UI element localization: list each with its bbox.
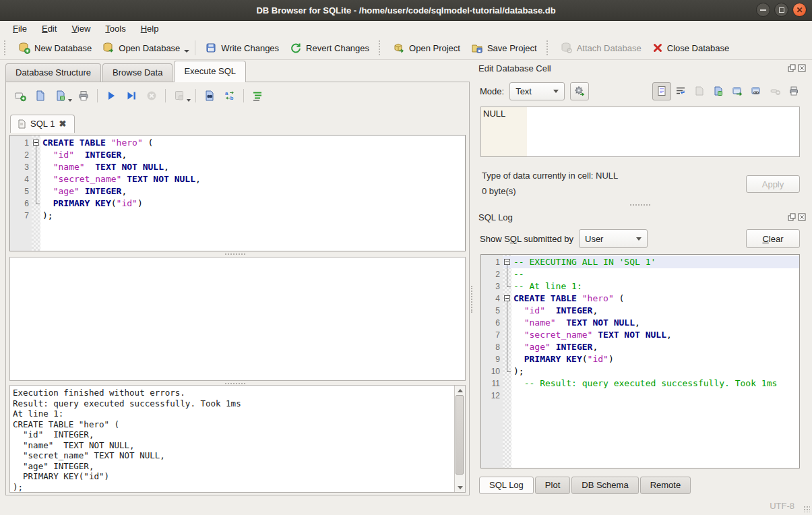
tab-close-icon[interactable]: ✖ xyxy=(59,119,66,129)
chevron-down-icon xyxy=(553,90,559,93)
new-sql-tab-button[interactable] xyxy=(11,87,29,104)
open-database-icon xyxy=(102,42,115,54)
sql-toolbar: ab xyxy=(11,86,266,105)
open-sql-file-button[interactable] xyxy=(32,87,49,104)
find-replace-button[interactable]: ab xyxy=(221,87,239,104)
close-panel-icon[interactable] xyxy=(798,64,806,72)
dock-tab-db-schema[interactable]: DB Schema xyxy=(571,477,638,494)
open-project-button[interactable]: Open Project xyxy=(387,39,466,57)
code-line: 2-- xyxy=(481,268,799,280)
code-line: 5 "age" INTEGER, xyxy=(10,185,465,198)
text-mode-button[interactable] xyxy=(652,82,671,100)
splitter-main-vertical[interactable] xyxy=(471,286,472,313)
execute-sql-page: ab SQL 1 ✖ 1CREATE TABLE "hero" (2 "id" … xyxy=(5,82,470,495)
close-icon[interactable]: ✕ xyxy=(792,3,807,17)
sql-editor[interactable]: 1CREATE TABLE "hero" (2 "id" INTEGER,3 "… xyxy=(9,135,466,251)
cell-null-value: NULL xyxy=(481,107,527,156)
write-changes-icon xyxy=(205,42,217,54)
print-cell-button[interactable] xyxy=(784,82,803,100)
save-project-icon xyxy=(471,42,483,54)
messages-scrollbar[interactable] xyxy=(454,386,465,492)
float-panel-icon[interactable] xyxy=(788,64,796,72)
maximize-icon[interactable] xyxy=(774,3,788,17)
tab-sql-1[interactable]: SQL 1 ✖ xyxy=(10,115,75,133)
tab-database-structure[interactable]: Database Structure xyxy=(5,63,101,82)
execute-line-button[interactable] xyxy=(123,87,140,104)
execute-line-icon xyxy=(125,90,137,102)
find-button[interactable] xyxy=(201,87,218,104)
open-database-button[interactable]: Open Database xyxy=(97,39,185,57)
save-results-icon xyxy=(173,90,185,102)
save-sql-dropdown-icon[interactable] xyxy=(68,99,72,102)
format-sql-button[interactable] xyxy=(249,87,266,104)
cell-value-editor[interactable]: NULL xyxy=(480,107,800,157)
new-database-button[interactable]: New Database xyxy=(13,39,97,57)
print-sql-button[interactable] xyxy=(75,87,92,104)
scroll-up-icon[interactable] xyxy=(455,386,465,395)
code-line: 6 PRIMARY KEY("id") xyxy=(10,198,465,210)
close-database-button[interactable]: Close Database xyxy=(647,40,735,56)
stop-icon xyxy=(146,90,158,102)
save-sql-file-icon xyxy=(55,90,67,102)
minimize-icon[interactable] xyxy=(756,3,770,17)
word-wrap-button[interactable] xyxy=(671,82,690,100)
menu-file[interactable]: File xyxy=(7,22,33,35)
scrollbar-thumb[interactable] xyxy=(456,395,464,475)
write-changes-button[interactable]: Write Changes xyxy=(199,39,284,57)
dock-tab-remote[interactable]: Remote xyxy=(640,477,691,494)
menu-help[interactable]: Help xyxy=(135,22,165,35)
apply-button[interactable]: Apply xyxy=(746,175,800,193)
menu-tools[interactable]: Tools xyxy=(99,22,131,35)
attach-database-label: Attach Database xyxy=(577,43,642,53)
close-panel-icon[interactable] xyxy=(798,213,806,221)
open-database-dropdown-icon[interactable] xyxy=(184,50,189,53)
svg-text:b: b xyxy=(230,95,234,101)
import-data-button[interactable] xyxy=(690,82,709,100)
save-project-button[interactable]: Save Project xyxy=(466,39,542,57)
float-panel-icon[interactable] xyxy=(788,213,796,221)
stop-execution-button[interactable] xyxy=(143,87,160,104)
save-project-label: Save Project xyxy=(487,43,537,53)
window-controls: ✕ xyxy=(756,3,807,17)
code-line: 11 -- Result: query executed successfull… xyxy=(481,377,799,390)
revert-changes-button[interactable]: Revert Changes xyxy=(284,39,375,57)
menu-edit[interactable]: Edit xyxy=(36,22,63,35)
dock-tab-sql-log[interactable]: SQL Log xyxy=(479,477,534,494)
log-filter-combobox[interactable]: User xyxy=(579,229,648,248)
resize-grip[interactable] xyxy=(803,506,810,512)
fold-marker-icon xyxy=(503,268,511,280)
tab-browse-data[interactable]: Browse Data xyxy=(102,63,173,82)
dock-tab-plot[interactable]: Plot xyxy=(535,477,570,494)
mode-combobox[interactable]: Text xyxy=(509,82,565,100)
print-icon xyxy=(77,90,90,102)
open-in-external-button[interactable] xyxy=(728,82,747,100)
fold-marker-icon[interactable] xyxy=(503,293,511,305)
sql-log-view[interactable]: 1-- EXECUTING ALL IN 'SQL 1'2--3-- At li… xyxy=(480,254,800,468)
new-database-label: New Database xyxy=(34,43,92,53)
copy-link-button[interactable] xyxy=(747,82,766,100)
menu-view[interactable]: View xyxy=(65,22,96,35)
export-data-button[interactable] xyxy=(709,82,728,100)
clear-log-button[interactable]: Clear xyxy=(746,229,800,248)
splitter-editor-results[interactable] xyxy=(222,252,249,255)
format-sql-icon xyxy=(251,90,263,102)
save-results-button[interactable] xyxy=(170,87,188,104)
set-null-button[interactable] xyxy=(766,82,784,100)
splitter-cell-log[interactable] xyxy=(627,203,654,206)
apply-label: Apply xyxy=(762,179,784,189)
code-line: 7 "secret_name" TEXT NOT NULL, xyxy=(481,329,799,341)
code-line: 7); xyxy=(10,210,465,222)
toolbar-handle xyxy=(4,40,9,55)
gear-import-icon xyxy=(573,85,586,97)
scroll-down-icon[interactable] xyxy=(455,483,465,492)
code-line: 3-- At line 1: xyxy=(481,280,799,293)
auto-switch-mode-button[interactable] xyxy=(570,82,589,100)
fold-marker-icon[interactable] xyxy=(503,256,511,268)
fold-marker-icon[interactable] xyxy=(32,137,40,149)
cell-type-info: Type of data currently in cell: NULL xyxy=(482,171,618,181)
save-sql-file-button[interactable] xyxy=(52,87,69,104)
edit-cell-title: Edit Database Cell xyxy=(478,63,551,73)
tab-execute-sql[interactable]: Execute SQL xyxy=(174,61,246,82)
attach-database-button[interactable]: Attach Database xyxy=(555,39,647,57)
execute-all-button[interactable] xyxy=(102,87,120,104)
